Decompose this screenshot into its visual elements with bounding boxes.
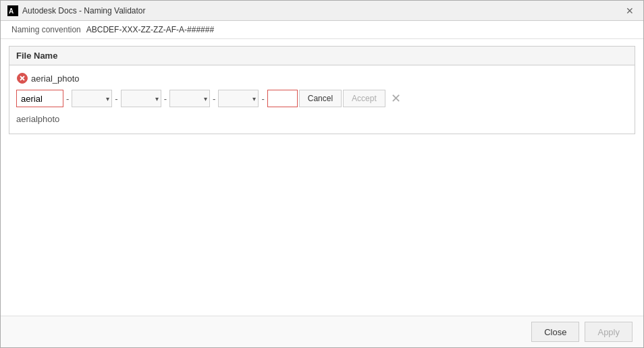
text-input-field[interactable] bbox=[16, 90, 63, 107]
app-icon: A bbox=[7, 5, 18, 16]
row-delete-button[interactable]: ✕ bbox=[387, 91, 405, 106]
dialog-title: Autodesk Docs - Naming Validator bbox=[22, 6, 146, 16]
dropdown-1[interactable] bbox=[72, 90, 112, 107]
separator-4: - bbox=[211, 94, 217, 104]
naming-convention-label: Naming convention bbox=[11, 25, 81, 34]
file-name-section: File Name aerial_photo bbox=[9, 46, 635, 134]
naming-convention-bar: Naming convention ABCDEF-XXX-ZZ-ZZ-AF-A-… bbox=[1, 21, 643, 39]
file-name-content: aerial_photo - - bbox=[9, 65, 635, 134]
close-button[interactable]: Close bbox=[531, 322, 579, 342]
last-text-input[interactable] bbox=[267, 90, 298, 107]
dialog-window: A Autodesk Docs - Naming Validator ✕ Nam… bbox=[0, 0, 644, 348]
file-name-row: aerial_photo bbox=[16, 72, 628, 84]
separator-1: - bbox=[65, 94, 70, 104]
separator-3: - bbox=[163, 94, 168, 104]
svg-text:A: A bbox=[9, 7, 14, 15]
dropdown-wrapper-2 bbox=[121, 90, 161, 107]
separator-2: - bbox=[113, 94, 119, 104]
dropdown-2[interactable] bbox=[121, 90, 161, 107]
dropdown-wrapper-3 bbox=[169, 90, 210, 107]
file-name-header: File Name bbox=[9, 47, 635, 65]
apply-button[interactable]: Apply bbox=[585, 322, 633, 342]
title-bar-left: A Autodesk Docs - Naming Validator bbox=[7, 5, 146, 16]
preview-text: aerialphoto bbox=[16, 113, 628, 127]
title-bar: A Autodesk Docs - Naming Validator ✕ bbox=[1, 1, 643, 21]
error-icon bbox=[16, 72, 28, 84]
dropdown-4[interactable] bbox=[218, 90, 259, 107]
file-name-original: aerial_photo bbox=[31, 74, 80, 84]
naming-convention-value: ABCDEF-XXX-ZZ-ZZ-AF-A-###### bbox=[86, 25, 214, 34]
dialog-body: File Name aerial_photo bbox=[1, 39, 643, 316]
dropdown-wrapper-1 bbox=[72, 90, 112, 107]
dialog-footer: Close Apply bbox=[1, 316, 643, 347]
accept-button[interactable]: Accept bbox=[343, 90, 385, 107]
cancel-button[interactable]: Cancel bbox=[299, 90, 342, 107]
separator-5: - bbox=[260, 94, 265, 104]
fields-row: - - - bbox=[16, 90, 628, 107]
title-bar-close-button[interactable]: ✕ bbox=[623, 4, 637, 18]
dropdown-3[interactable] bbox=[169, 90, 210, 107]
dropdown-wrapper-4 bbox=[218, 90, 259, 107]
